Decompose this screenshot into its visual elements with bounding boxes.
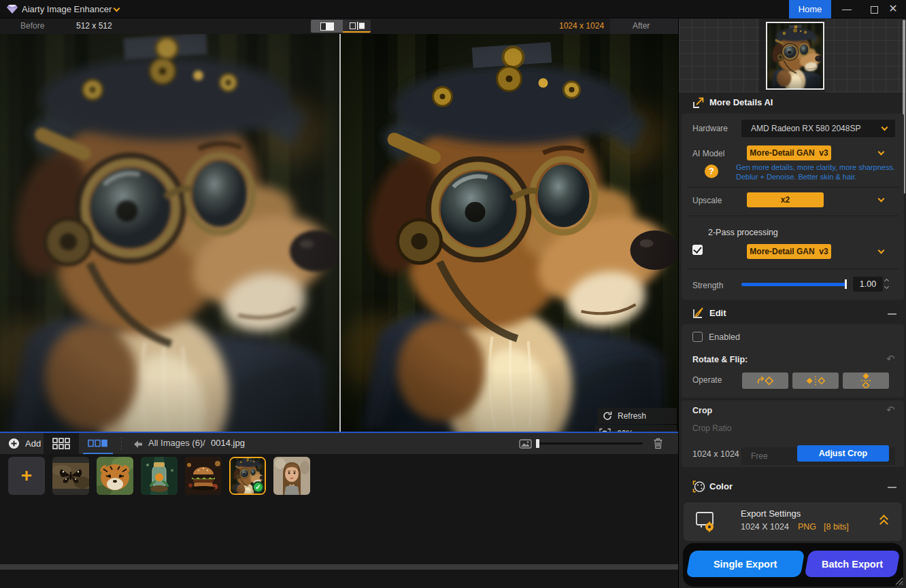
app-title: Aiarty Image Enhancer	[22, 4, 112, 14]
breadcrumb-slash: /	[203, 438, 205, 448]
thumbnail-zoom-handle[interactable]	[536, 439, 539, 448]
export-bits: [8 bits]	[824, 522, 849, 532]
grid-view-toggle[interactable]	[44, 433, 79, 454]
after-image[interactable]	[340, 34, 678, 432]
hardware-value: AMD Radeon RX 580 2048SP	[751, 124, 860, 133]
before-image[interactable]	[0, 34, 339, 432]
single-export-button[interactable]: Single Export	[686, 551, 805, 577]
edit-enabled-checkbox[interactable]	[692, 332, 703, 342]
flip-vertical-icon	[861, 373, 871, 388]
thumbnail-terrarium[interactable]	[141, 457, 178, 495]
two-pass-model-pill[interactable]: More-Detail GAN v3	[747, 244, 831, 259]
add-label: Add	[25, 438, 41, 449]
resize-grip-icon[interactable]	[894, 576, 903, 588]
selected-check-icon: ✓	[252, 481, 264, 493]
crop-size: 1024 x 1024	[692, 449, 739, 459]
batch-export-button[interactable]: Batch Export	[805, 551, 901, 577]
flip-vertical-button[interactable]	[843, 373, 889, 389]
butterfly-image	[52, 457, 89, 495]
flip-horizontal-button[interactable]	[792, 373, 839, 389]
model-description-line1: Gen more details, more clarity, more sha…	[736, 163, 895, 171]
grid-view-icon	[52, 438, 70, 449]
thumbnail-burger[interactable]	[185, 457, 222, 495]
ai-model-label: AI Model	[692, 149, 724, 158]
model-description-line2: Deblur + Denoise. Better skin & hair.	[736, 173, 857, 181]
upscale-label: Upscale	[692, 196, 722, 205]
crop-ratio-label: Crop Ratio	[692, 423, 731, 433]
operate-label: Operate	[692, 375, 722, 385]
export-format: PNG	[798, 522, 816, 532]
crop-title: Crop	[692, 406, 712, 415]
ai-model-pill[interactable]: More-Detail GAN v3	[747, 145, 831, 160]
batch-export-label: Batch Export	[822, 559, 883, 570]
portrait-image	[273, 457, 310, 495]
separator	[687, 215, 899, 216]
thumbnail-butterfly[interactable]	[52, 457, 89, 495]
rotate-undo-icon[interactable]: ↶	[886, 353, 895, 365]
two-pass-label: 2-Pass processing	[708, 228, 778, 237]
adjust-crop-button[interactable]: Adjust Crop	[797, 445, 889, 462]
app-logo-icon	[7, 4, 18, 17]
title-bar: Aiarty Image Enhancer Home — ✕	[0, 0, 906, 18]
split-divider[interactable]	[339, 34, 341, 432]
split-right-icon	[350, 22, 365, 30]
list-view-icon	[88, 439, 108, 447]
refresh-label: Refresh	[618, 411, 646, 421]
thumbnail-size-icon	[519, 439, 532, 451]
edit-enabled-label: Enabled	[709, 332, 740, 342]
home-button[interactable]: Home	[789, 0, 831, 18]
minimize-button[interactable]: —	[835, 0, 858, 18]
hardware-chevron-down-icon	[882, 124, 888, 131]
thumbnail-tiger[interactable]	[97, 457, 133, 495]
thumbnail-zoom-slider[interactable]	[537, 443, 643, 445]
list-view-toggle[interactable]	[83, 433, 113, 454]
rotate-button[interactable]	[742, 373, 788, 389]
export-settings-card[interactable]: Export Settings 1024 X 1024 PNG [8 bits]	[684, 502, 902, 541]
strength-value-box[interactable]: 1.00	[853, 277, 883, 292]
burger-image	[185, 457, 222, 495]
strength-slider[interactable]	[741, 283, 847, 286]
back-arrow-icon[interactable]	[133, 439, 143, 451]
settings-sidebar: More Details AI Hardware AMD Radeon RX 5…	[678, 18, 906, 588]
rotate-icon	[755, 376, 775, 385]
navigator-panel[interactable]	[679, 19, 906, 92]
help-icon[interactable]: ?	[705, 165, 718, 178]
refresh-icon	[603, 411, 612, 421]
viewer-area: Before 512 x 512 1024 x 1024 After	[0, 18, 678, 588]
strength-label: Strength	[692, 281, 723, 290]
before-image-art	[0, 34, 339, 432]
refresh-button[interactable]: Refresh	[597, 408, 677, 424]
export-size: 1024 X 1024	[741, 522, 789, 532]
thumbnail-dog-selected[interactable]: ✓	[229, 457, 266, 495]
split-view-toggle-right[interactable]	[343, 20, 371, 33]
breadcrumb[interactable]: All Images (6)	[148, 438, 203, 448]
thumbnail-portrait[interactable]	[273, 457, 310, 495]
close-button[interactable]: ✕	[882, 0, 905, 18]
add-image-tile[interactable]: +	[8, 457, 45, 495]
trash-icon	[653, 438, 663, 449]
color-collapse-icon[interactable]	[888, 487, 896, 488]
upscale-pill[interactable]: x2	[747, 192, 824, 207]
strength-slider-handle[interactable]	[845, 279, 847, 289]
after-label: After	[633, 21, 650, 31]
color-title: Color	[709, 481, 733, 491]
add-button[interactable]: Add	[8, 433, 41, 454]
export-settings-icon	[694, 511, 718, 535]
export-settings-title: Export Settings	[741, 508, 801, 519]
title-chevron-down-icon[interactable]	[114, 5, 120, 12]
edit-icon	[692, 307, 705, 322]
hardware-dropdown[interactable]: AMD Radeon RX 580 2048SP	[741, 120, 895, 137]
filmstrip-toolbar: Add All Im	[0, 433, 678, 454]
separator	[687, 269, 899, 269]
crop-undo-icon[interactable]: ↶	[886, 404, 895, 416]
viewer-header: Before 512 x 512 1024 x 1024 After	[0, 18, 678, 34]
split-view-toggle-left[interactable]	[311, 20, 343, 33]
export-button-dock: Single Export Batch Export	[683, 543, 903, 587]
after-size: 1024 x 1024	[559, 21, 604, 31]
navigator-thumbnail[interactable]	[766, 22, 824, 90]
delete-button[interactable]	[653, 438, 663, 452]
separator	[687, 187, 899, 188]
toolbar-separator	[121, 437, 122, 450]
edit-collapse-icon[interactable]	[888, 313, 896, 315]
two-pass-checkbox[interactable]	[692, 245, 703, 255]
